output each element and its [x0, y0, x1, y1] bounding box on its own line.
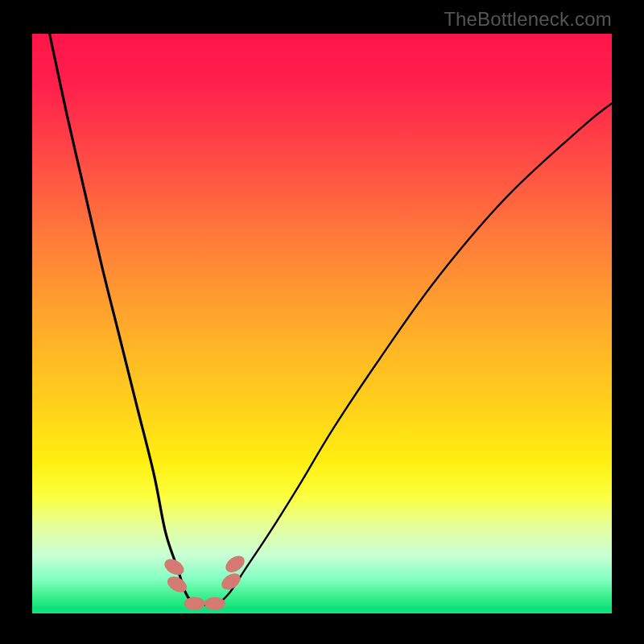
- marker-cluster-min-right: [204, 597, 225, 610]
- curve-left-branch: [50, 34, 206, 605]
- watermark-text: TheBottleneck.com: [444, 8, 612, 31]
- chart-plot-area: [32, 34, 612, 613]
- curve-line: [50, 34, 612, 605]
- marker-cluster: [162, 552, 248, 609]
- curve-right-branch: [206, 103, 612, 605]
- outer-frame: TheBottleneck.com: [0, 0, 644, 644]
- marker-cluster-min-left: [184, 597, 205, 610]
- chart-svg: [32, 34, 612, 613]
